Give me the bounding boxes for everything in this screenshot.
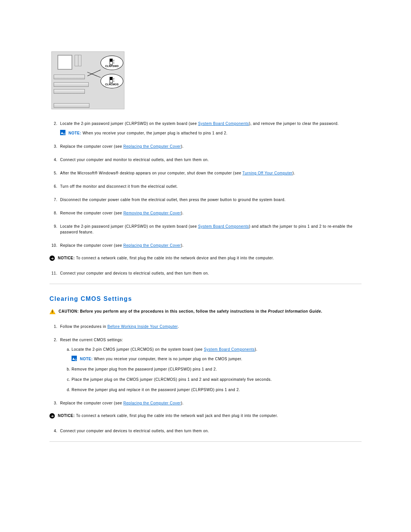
step-text: Replace the computer cover (see xyxy=(60,401,123,405)
link-turning-off-computer[interactable]: Turning Off Your Computer xyxy=(242,171,292,175)
caution-block: CAUTION: Before you perform any of the p… xyxy=(49,309,362,315)
step-9: Locate the 2-pin password jumper (CLRPSW… xyxy=(59,224,362,235)
step-text: Locate the 2-pin password jumper (CLRPSW… xyxy=(60,224,198,228)
procedure-list-section1-cont: Connect your computer and devices to ele… xyxy=(49,270,362,276)
diagram-slot xyxy=(54,103,89,108)
link-system-board-components[interactable]: System Board Components xyxy=(198,121,249,126)
step-1: Follow the procedures in Before Working … xyxy=(59,324,362,329)
step-text: ). xyxy=(181,401,183,405)
step-6: Turn off the monitor and disconnect it f… xyxy=(59,184,362,189)
diagram-connector xyxy=(75,55,81,66)
step-text: ). xyxy=(181,144,183,149)
callout-label: CLRCMOS xyxy=(105,83,118,86)
note-icon xyxy=(60,130,65,135)
step-8: Remove the computer cover (see Removing … xyxy=(59,210,362,216)
heading-clearing-cmos: Clearing CMOS Settings xyxy=(49,296,362,302)
step-text: Locate the 2-pin password jumper (CLRPSW… xyxy=(60,121,198,126)
notice-label: NOTICE: xyxy=(58,414,75,418)
link-replacing-computer-cover[interactable]: Replacing the Computer Cover xyxy=(123,401,181,405)
system-board-diagram: 21 CLRPSWD 21 CLRCMOS xyxy=(51,51,124,109)
step-text: ), and remove the jumper to clear the pa… xyxy=(249,121,339,126)
note-icon xyxy=(72,356,77,361)
link-replacing-computer-cover[interactable]: Replacing the Computer Cover xyxy=(123,144,181,149)
caution-doc-title: Product Information Guide xyxy=(268,309,321,313)
notice-label: NOTICE: xyxy=(58,256,75,260)
notice-icon xyxy=(49,413,55,419)
step-3: Replace the computer cover (see Replacin… xyxy=(59,400,362,406)
note-block: NOTE: When you receive your computer, th… xyxy=(60,130,362,136)
step-3: Replace the computer cover (see Replacin… xyxy=(59,144,362,149)
diagram-callout-clrcmos: 21 CLRCMOS xyxy=(100,74,123,88)
note-text: When you receive your computer, there is… xyxy=(93,357,242,361)
procedure-list-section2: Follow the procedures in Before Working … xyxy=(49,324,362,406)
step-7: Disconnect the computer power cable from… xyxy=(59,197,362,203)
note-label: NOTE: xyxy=(80,357,93,361)
diagram-chip xyxy=(57,55,72,70)
step-text: Follow the procedures in xyxy=(60,324,107,329)
link-removing-computer-cover[interactable]: Removing the Computer Cover xyxy=(123,211,181,215)
step-2: Locate the 2-pin password jumper (CLRPSW… xyxy=(59,121,362,136)
step-2: Reset the current CMOS settings: Locate … xyxy=(59,337,362,393)
notice-block: NOTICE: To connect a network cable, firs… xyxy=(49,414,362,419)
notice-block: NOTICE: To connect a network cable, firs… xyxy=(49,256,362,261)
link-before-working-inside[interactable]: Before Working Inside Your Computer xyxy=(107,324,178,329)
diagram-slot xyxy=(54,75,85,79)
caution-icon xyxy=(49,309,56,314)
link-replacing-computer-cover[interactable]: Replacing the Computer Cover xyxy=(123,243,181,248)
link-system-board-components[interactable]: System Board Components xyxy=(198,224,249,228)
step-text: Remove the computer cover (see xyxy=(60,211,123,215)
step-text: Reset the current CMOS settings: xyxy=(60,338,123,342)
diagram-slot xyxy=(54,82,89,87)
substep-b: Remove the jumper plug from the password… xyxy=(72,366,362,372)
step-text: Locate the 2-pin CMOS jumper (CLRCMOS) o… xyxy=(72,347,204,351)
substep-a: Locate the 2-pin CMOS jumper (CLRCMOS) o… xyxy=(72,347,362,362)
step-text: After the Microsoft® Windows® desktop ap… xyxy=(60,171,242,175)
step-text: ). xyxy=(255,347,257,351)
step-text: ). xyxy=(181,243,183,248)
section-separator xyxy=(49,284,362,284)
caution-text: Before you perform any of the procedures… xyxy=(80,309,268,313)
section-separator xyxy=(49,441,362,442)
step-text: Replace the computer cover (see xyxy=(60,243,123,248)
procedure-list-section2-cont: Connect your computer and devices to ele… xyxy=(49,428,362,434)
procedure-list-section1: Locate the 2-pin password jumper (CLRPSW… xyxy=(49,121,362,248)
substep-d: Remove the jumper plug and replace it on… xyxy=(72,387,362,393)
notice-text: To connect a network cable, first plug t… xyxy=(75,256,274,260)
notice-icon xyxy=(49,256,55,261)
document-page: 21 CLRPSWD 21 CLRCMOS Locate the 2-pin p… xyxy=(0,51,411,463)
note-text: When you receive your computer, the jump… xyxy=(81,131,228,135)
step-10: Replace the computer cover (see Replacin… xyxy=(59,243,362,248)
diagram-callout-clrpswd: 21 CLRPSWD xyxy=(100,56,123,70)
note-label: NOTE: xyxy=(68,131,81,135)
step-4: Connect your computer and monitor to ele… xyxy=(59,157,362,163)
step-4: Connect your computer and devices to ele… xyxy=(59,428,362,434)
step-text: Replace the computer cover (see xyxy=(60,144,123,149)
caution-label: CAUTION: xyxy=(59,309,80,313)
step-text: ). xyxy=(181,211,183,215)
notice-text: To connect a network cable, first plug t… xyxy=(75,414,278,418)
link-system-board-components[interactable]: System Board Components xyxy=(204,347,255,351)
step-text: ). xyxy=(293,171,295,175)
pin-label: 1 xyxy=(113,80,115,82)
substep-list: Locate the 2-pin CMOS jumper (CLRCMOS) o… xyxy=(60,347,362,393)
step-11: Connect your computer and devices to ele… xyxy=(59,270,362,276)
callout-label: CLRPSWD xyxy=(105,65,118,67)
caution-text: . xyxy=(321,309,322,313)
diagram-slot xyxy=(54,89,85,94)
substep-c: Place the jumper plug on the CMOS jumper… xyxy=(72,377,362,382)
pin-label: 1 xyxy=(113,62,115,64)
step-5: After the Microsoft® Windows® desktop ap… xyxy=(59,170,362,176)
step-text: . xyxy=(178,324,179,329)
note-block: NOTE: When you receive your computer, th… xyxy=(72,356,362,362)
